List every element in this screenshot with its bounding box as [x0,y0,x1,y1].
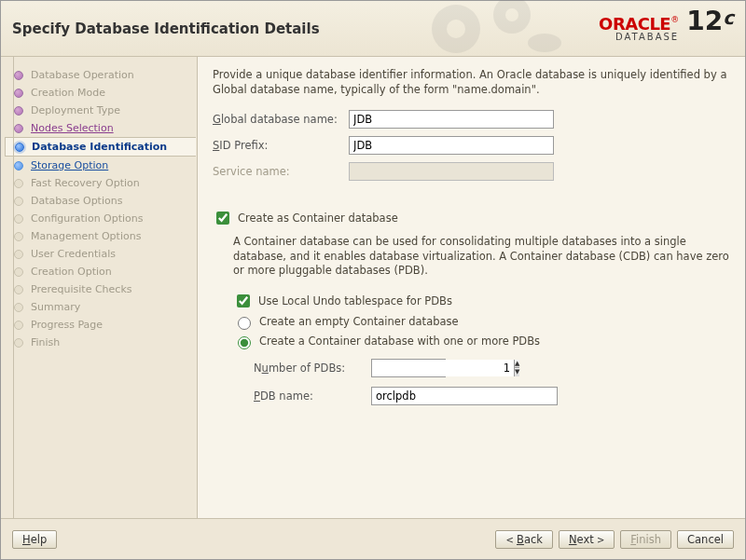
step-storage-option[interactable]: Storage Option [5,157,195,174]
step-nodes-selection-link[interactable]: Nodes Selection [31,122,114,134]
next-button[interactable]: Next > [559,530,615,549]
brand-word: ORACLE [599,14,670,34]
step-bullet-icon [14,197,23,206]
local-undo-row: Use Local Undo tablespace for PDBs [233,292,730,310]
num-pdbs-spinner[interactable]: ▲ ▼ [371,359,446,377]
create-cdb-checkbox[interactable] [216,212,229,225]
spinner-down-icon[interactable]: ▼ [514,368,519,376]
cancel-button[interactable]: Cancel [677,530,734,549]
step-bullet-icon [14,285,23,294]
identifier-form: Global database name: SID Prefix: Servic… [213,110,730,181]
brand-version: 12 [686,6,723,36]
step-storage-option-link[interactable]: Storage Option [31,159,108,171]
num-pdbs-label: Number of PDBs: [254,362,366,375]
step-bullet-icon [14,303,23,312]
pdb-config: Number of PDBs: ▲ ▼ PDB name: [254,359,730,405]
content-pane: Provide a unique database identifier inf… [197,57,745,518]
step-bullet-icon [14,250,23,259]
intro-text: Provide a unique database identifier inf… [213,68,730,97]
step-bullet-icon [14,321,23,330]
radio-with-pdbs-label: Create a Container database with one or … [259,335,540,348]
step-bullet-icon [14,124,23,133]
step-fast-recovery-option: Fast Recovery Option [5,174,195,192]
step-nodes-selection[interactable]: Nodes Selection [5,119,195,137]
step-bullet-icon [15,143,24,152]
radio-pdbs-row: Create a Container database with one or … [233,334,730,349]
body: Database Operation Creation Mode Deploym… [1,57,745,518]
finish-button: Finish [620,530,671,549]
create-cdb-label: Create as Container database [238,212,398,225]
step-database-options: Database Options [5,192,195,210]
svg-point-0 [432,5,480,53]
step-bullet-icon [14,89,23,98]
step-database-operation: Database Operation [5,66,195,84]
step-database-identification: Database Identification [5,137,196,157]
svg-point-2 [493,0,531,34]
step-progress-page: Progress Page [5,316,195,334]
global-db-name-label: Global database name: [213,113,343,126]
local-undo-checkbox[interactable] [237,294,250,307]
svg-point-4 [528,34,561,52]
brand-version-suffix: c [723,7,734,29]
local-undo-label: Use Local Undo tablespace for PDBs [258,294,452,307]
step-bullet-icon [14,214,23,224]
footer: Help < Back Next > Finish Cancel [1,518,745,559]
step-management-options: Management Options [5,227,195,245]
step-prerequisite-checks: Prerequisite Checks [5,280,195,298]
create-cdb-row: Create as Container database [213,209,730,227]
step-bullet-icon [14,267,23,277]
step-bullet-icon [14,71,23,80]
svg-point-3 [505,8,518,21]
svg-point-1 [447,20,465,38]
step-creation-mode: Creation Mode [5,84,195,102]
service-name-label: Service name: [213,165,343,178]
help-button[interactable]: Help [12,530,57,549]
page-title: Specify Database Identification Details [12,20,320,37]
radio-empty-cdb-row: Create an empty Container database [233,314,730,330]
num-pdbs-input[interactable] [372,360,514,376]
spinner-up-icon[interactable]: ▲ [514,360,519,369]
step-creation-option: Creation Option [5,263,195,280]
global-db-name-input[interactable] [349,110,554,129]
step-summary: Summary [5,298,195,316]
step-deployment-type: Deployment Type [5,102,195,119]
sid-prefix-input[interactable] [349,136,554,155]
step-bullet-icon [14,161,23,171]
service-name-input [349,162,554,181]
step-finish: Finish [5,334,195,351]
brand-sub: DATABASE [599,33,679,42]
pdb-name-label: PDB name: [254,389,366,403]
pdb-name-input[interactable] [371,387,558,405]
cdb-description: A Container database can be used for con… [233,235,730,279]
step-bullet-icon [14,232,23,241]
sid-prefix-label: SID Prefix: [213,139,343,152]
step-bullet-icon [14,338,23,348]
wizard-window: Specify Database Identification Details … [0,0,746,560]
back-button[interactable]: < Back [495,530,552,549]
step-configuration-options: Configuration Options [5,210,195,227]
step-bullet-icon [14,179,23,188]
oracle-logo: ORACLE® DATABASE 12c [599,8,734,42]
step-bullet-icon [14,106,23,116]
sidebar: Database Operation Creation Mode Deploym… [1,57,197,518]
wizard-steps: Database Operation Creation Mode Deploym… [5,66,195,351]
step-user-credentials: User Credentials [5,245,195,263]
header: Specify Database Identification Details … [1,1,745,57]
radio-with-pdbs[interactable] [238,336,251,349]
header-gear-decoration [409,0,577,66]
radio-empty-cdb-label: Create an empty Container database [259,315,459,328]
radio-empty-cdb[interactable] [238,317,251,330]
